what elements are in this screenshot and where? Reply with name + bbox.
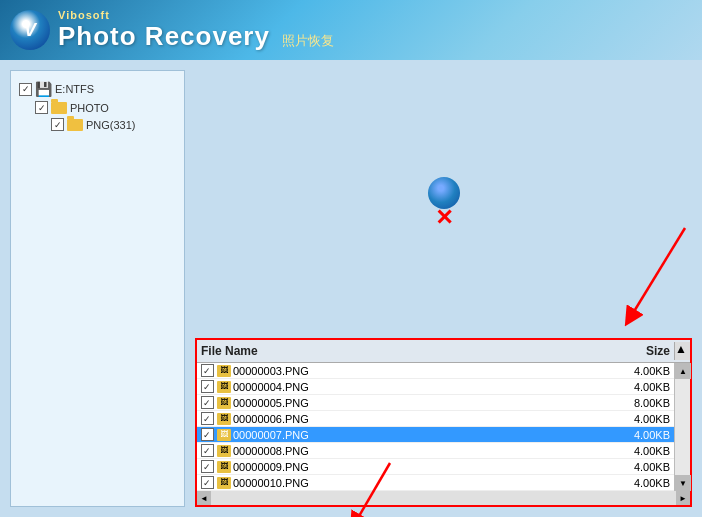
tree-checkbox-png[interactable] xyxy=(51,118,64,131)
tree-item-photo[interactable]: PHOTO xyxy=(35,99,176,116)
row-checkbox[interactable] xyxy=(197,460,217,473)
broken-image: ✕ xyxy=(428,177,460,231)
table-row[interactable]: 🖼00000010.PNG4.00KB xyxy=(197,475,674,491)
table-header: File Name Size ▲ xyxy=(197,340,690,363)
brand-name: Vibosoft xyxy=(58,9,334,21)
drive-icon: 💾 xyxy=(35,81,52,97)
checkbox-icon xyxy=(201,476,214,489)
scroll-left-button[interactable]: ◄ xyxy=(197,491,211,505)
h-scroll-track xyxy=(211,491,676,505)
row-checkbox[interactable] xyxy=(197,380,217,393)
table-row[interactable]: 🖼00000004.PNG4.00KB xyxy=(197,379,674,395)
title-bar: V Vibosoft Photo Recovery 照片恢复 xyxy=(0,0,702,60)
file-icon: 🖼 xyxy=(217,365,231,377)
table-row[interactable]: 🖼00000003.PNG4.00KB xyxy=(197,363,674,379)
row-checkbox[interactable] xyxy=(197,364,217,377)
file-name: 00000005.PNG xyxy=(231,397,594,409)
folder-icon-png xyxy=(67,119,83,131)
file-rows-container: 🖼00000003.PNG4.00KB🖼00000004.PNG4.00KB🖼0… xyxy=(197,363,674,491)
file-icon: 🖼 xyxy=(217,461,231,473)
checkbox-icon xyxy=(201,412,214,425)
table-row[interactable]: 🖼00000007.PNG4.00KB xyxy=(197,427,674,443)
table-row[interactable]: 🖼00000006.PNG4.00KB xyxy=(197,411,674,427)
file-size: 4.00KB xyxy=(594,413,674,425)
tree-checkbox-photo[interactable] xyxy=(35,101,48,114)
row-checkbox[interactable] xyxy=(197,428,217,441)
app-logo: V xyxy=(10,10,50,50)
file-icon: 🖼 xyxy=(217,397,231,409)
checkbox-icon xyxy=(201,396,214,409)
file-size: 4.00KB xyxy=(594,461,674,473)
file-size: 8.00KB xyxy=(594,397,674,409)
drive-label: E:NTFS xyxy=(55,83,94,95)
row-checkbox[interactable] xyxy=(197,396,217,409)
file-name: 00000006.PNG xyxy=(231,413,594,425)
table-row[interactable]: 🖼00000009.PNG4.00KB xyxy=(197,459,674,475)
file-icon: 🖼 xyxy=(217,381,231,393)
checkbox-icon xyxy=(201,428,214,441)
checkbox-icon xyxy=(201,380,214,393)
scrollbar-top-spacer: ▲ xyxy=(674,342,690,360)
file-name: 00000004.PNG xyxy=(231,381,594,393)
globe-icon xyxy=(428,177,460,209)
scroll-right-button[interactable]: ► xyxy=(676,491,690,505)
tree-checkbox-drive[interactable] xyxy=(19,83,32,96)
right-panel: ✕ File Name Size ▲ xyxy=(185,60,702,517)
table-main: 🖼00000003.PNG4.00KB🖼00000004.PNG4.00KB🖼0… xyxy=(197,363,674,491)
table-row[interactable]: 🖼00000008.PNG4.00KB xyxy=(197,443,674,459)
file-icon: 🖼 xyxy=(217,477,231,489)
file-icon: 🖼 xyxy=(217,445,231,457)
logo-area: V Vibosoft Photo Recovery 照片恢复 xyxy=(10,9,334,52)
photo-label: PHOTO xyxy=(70,102,109,114)
table-outer: 🖼00000003.PNG4.00KB🖼00000004.PNG4.00KB🖼0… xyxy=(197,363,690,491)
file-table-wrapper: File Name Size ▲ 🖼00000003.PNG4.00KB🖼000… xyxy=(195,338,692,507)
file-size: 4.00KB xyxy=(594,381,674,393)
col-header-filename: File Name xyxy=(197,342,574,360)
file-size: 4.00KB xyxy=(594,445,674,457)
row-checkbox[interactable] xyxy=(197,476,217,489)
file-size: 4.00KB xyxy=(594,365,674,377)
tree-item-drive[interactable]: 💾 E:NTFS xyxy=(19,79,176,99)
png-label: PNG(331) xyxy=(86,119,136,131)
file-table-border: File Name Size ▲ 🖼00000003.PNG4.00KB🖼000… xyxy=(195,338,692,507)
left-panel: 💾 E:NTFS PHOTO PNG(331) xyxy=(10,70,185,507)
scroll-up-button[interactable]: ▲ xyxy=(675,363,691,379)
table-row[interactable]: 🖼00000005.PNG8.00KB xyxy=(197,395,674,411)
file-size: 4.00KB xyxy=(594,477,674,489)
scroll-track xyxy=(675,379,690,475)
preview-area: ✕ xyxy=(195,70,692,338)
scroll-down-button[interactable]: ▼ xyxy=(675,475,691,491)
horizontal-scrollbar[interactable]: ◄ ► xyxy=(197,491,690,505)
main-area: 💾 E:NTFS PHOTO PNG(331) ✕ xyxy=(0,60,702,517)
file-size: 4.00KB xyxy=(594,429,674,441)
checkbox-icon xyxy=(201,364,214,377)
row-checkbox[interactable] xyxy=(197,444,217,457)
checkbox-icon xyxy=(201,444,214,457)
row-checkbox[interactable] xyxy=(197,412,217,425)
title-block: Vibosoft Photo Recovery 照片恢复 xyxy=(58,9,334,52)
file-name: 00000010.PNG xyxy=(231,477,594,489)
file-icon: 🖼 xyxy=(217,413,231,425)
file-icon: 🖼 xyxy=(217,429,231,441)
tree-item-png[interactable]: PNG(331) xyxy=(51,116,176,133)
vertical-scrollbar[interactable]: ▲ ▼ xyxy=(674,363,690,491)
file-name: 00000009.PNG xyxy=(231,461,594,473)
file-name: 00000007.PNG xyxy=(231,429,594,441)
file-name: 00000008.PNG xyxy=(231,445,594,457)
checkbox-icon xyxy=(201,460,214,473)
app-title: Photo Recovery xyxy=(58,21,270,52)
folder-icon-photo xyxy=(51,102,67,114)
col-header-size: Size xyxy=(574,342,674,360)
chinese-subtitle: 照片恢复 xyxy=(282,32,334,50)
file-name: 00000003.PNG xyxy=(231,365,594,377)
